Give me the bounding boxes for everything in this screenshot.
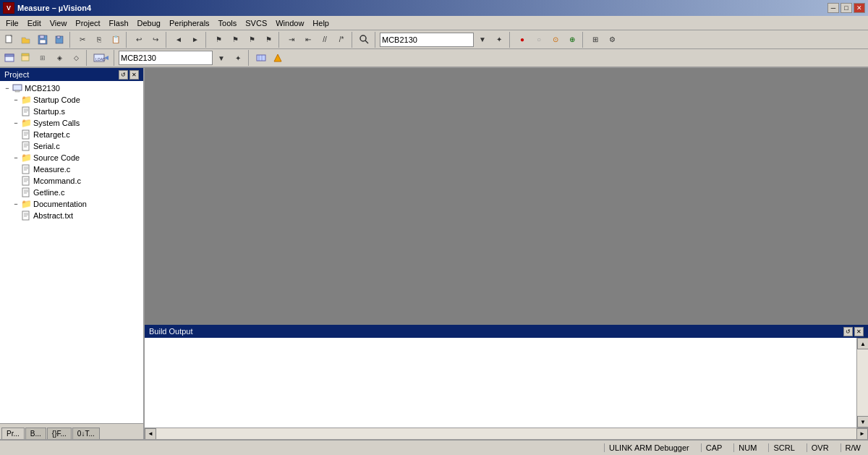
menu-help[interactable]: Help <box>308 18 333 28</box>
bookmark2-button[interactable]: ⚑ <box>227 32 243 48</box>
menu-view[interactable]: View <box>46 18 72 28</box>
tree-root[interactable]: − MCB2130 <box>0 82 143 94</box>
tree-group-syscalls[interactable]: − 📁 System Calls <box>0 117 143 129</box>
build-hscroll-right[interactable]: ► <box>856 428 868 440</box>
tree-file-getline[interactable]: Getline.c <box>0 187 143 198</box>
build-body-inner: ▲ ▼ <box>145 338 868 428</box>
indent-button[interactable]: ⇥ <box>284 32 299 48</box>
window-layout-button[interactable]: ⊞ <box>587 32 603 48</box>
load-button[interactable]: LOAD <box>91 50 111 66</box>
maximize-button[interactable]: □ <box>841 3 852 13</box>
tree-file-retarget[interactable]: Retarget.c <box>0 129 143 140</box>
combo-dropdown[interactable]: ▼ <box>475 32 490 48</box>
menu-svcs[interactable]: SVCS <box>241 18 271 28</box>
bookmark4-button[interactable]: ⚑ <box>260 32 276 48</box>
build-output-close-button[interactable]: ✕ <box>854 327 864 336</box>
svg-rect-19 <box>13 85 22 90</box>
open-file-button[interactable] <box>18 32 34 48</box>
tree-group-docs[interactable]: − 📁 Documentation <box>0 198 143 210</box>
save-file-button[interactable] <box>35 32 51 48</box>
svg-point-6 <box>360 35 366 41</box>
panels-area: Project ↺ ✕ − MCB2130 <box>0 68 868 439</box>
tree-expand-startup[interactable]: − <box>12 95 20 104</box>
tree-file-measure-label: Measure.c <box>33 165 70 174</box>
project-combo[interactable] <box>119 51 213 65</box>
close-button[interactable]: ✕ <box>854 3 865 13</box>
project-close-button[interactable]: ✕ <box>129 70 139 80</box>
tab-project[interactable]: Pr... <box>1 428 25 439</box>
bottom-panel: Build Output ↺ ✕ ▲ ▼ <box>145 325 868 439</box>
target-options-button[interactable] <box>253 50 269 66</box>
build-output-hscrollbar[interactable]: ◄ ► <box>145 428 868 439</box>
build-scroll-track[interactable] <box>857 349 868 416</box>
debug-circle-button[interactable]: ○ <box>531 32 547 48</box>
new-file-button[interactable] <box>1 32 17 48</box>
nav-back-button[interactable]: ◄ <box>171 32 187 48</box>
statusbar-right: ULINK ARM Debugger CAP NUM SCRL OVR R/W <box>604 443 865 452</box>
paste-button[interactable]: 📋 <box>108 32 124 48</box>
cut-button[interactable]: ✂ <box>75 32 90 48</box>
menu-flash[interactable]: Flash <box>105 18 133 28</box>
bookmark3-button[interactable]: ⚑ <box>244 32 260 48</box>
menu-edit[interactable]: Edit <box>23 18 46 28</box>
build-scroll-down[interactable]: ▼ <box>857 416 868 428</box>
svg-rect-3 <box>40 40 46 43</box>
save-all-button[interactable] <box>51 32 67 48</box>
unindent-button[interactable]: ⇤ <box>300 32 316 48</box>
bookmark1-button[interactable]: ⚑ <box>210 32 226 48</box>
project-combo-dropdown[interactable]: ▼ <box>213 50 229 66</box>
undo-button[interactable]: ↩ <box>131 32 147 48</box>
redo-button[interactable]: ↪ <box>148 32 163 48</box>
toggle2-button[interactable]: /* <box>333 32 349 48</box>
tree-expand-docs[interactable]: − <box>12 200 20 208</box>
minimize-button[interactable]: ─ <box>827 3 839 13</box>
menu-project[interactable]: Project <box>71 18 104 28</box>
file-measure-icon <box>20 164 32 174</box>
build-scroll-up[interactable]: ▲ <box>857 338 868 349</box>
debug-check-button[interactable]: ⊕ <box>564 32 580 48</box>
menu-file[interactable]: File <box>1 18 23 28</box>
tab-functions[interactable]: {}F... <box>47 428 72 439</box>
build-output-content[interactable] <box>145 338 856 428</box>
build-button[interactable] <box>270 50 286 66</box>
target-combo[interactable] <box>380 33 474 47</box>
toggle1-button[interactable]: // <box>317 32 333 48</box>
tb2-btn3[interactable]: ⊞ <box>35 50 51 66</box>
menu-tools[interactable]: Tools <box>214 18 242 28</box>
tree-file-abstract[interactable]: Abstract.txt <box>0 210 143 221</box>
find-button[interactable] <box>357 32 373 48</box>
tab-templates[interactable]: 0↓T... <box>72 428 100 439</box>
magic-button[interactable]: ✦ <box>491 32 507 48</box>
computer-icon <box>12 83 23 93</box>
build-output-restore-button[interactable]: ↺ <box>843 327 853 336</box>
tb2-btn1[interactable] <box>1 50 17 66</box>
tree-file-mcommand[interactable]: Mcommand.c <box>0 175 143 187</box>
tb2-btn5[interactable]: ◇ <box>68 50 84 66</box>
tree-file-serial[interactable]: Serial.c <box>0 140 143 152</box>
tree-group-startup[interactable]: − 📁 Startup Code <box>0 94 143 106</box>
tb2-btn2[interactable] <box>18 50 34 66</box>
tree-file-startup-s[interactable]: Startup.s <box>0 106 143 117</box>
tree-group-source[interactable]: − 📁 Source Code <box>0 152 143 163</box>
menu-debug[interactable]: Debug <box>133 18 165 28</box>
project-restore-button[interactable]: ↺ <box>119 70 128 80</box>
tree-file-measure[interactable]: Measure.c <box>0 163 143 175</box>
nav-fwd-button[interactable]: ► <box>187 32 203 48</box>
options-button[interactable]: ⚙ <box>604 32 620 48</box>
tree-expand-source[interactable]: − <box>12 153 20 162</box>
debug-run-button[interactable]: ● <box>514 32 530 48</box>
menu-window[interactable]: Window <box>271 18 308 28</box>
tab-books[interactable]: B... <box>25 428 46 439</box>
tree-expand-root[interactable]: − <box>3 84 12 93</box>
build-hscroll-track[interactable] <box>156 428 856 439</box>
folder-docs-icon: 📁 <box>20 199 32 209</box>
svg-rect-21 <box>22 107 29 116</box>
build-hscroll-left[interactable]: ◄ <box>145 428 156 440</box>
copy-button[interactable]: ⎘ <box>91 32 107 48</box>
build-output-vscrollbar[interactable]: ▲ ▼ <box>856 338 868 428</box>
tree-expand-syscalls[interactable]: − <box>12 119 20 127</box>
wand-button[interactable]: ✦ <box>230 50 246 66</box>
tb2-btn4[interactable]: ◈ <box>51 50 67 66</box>
debug-loop-button[interactable]: ⊙ <box>548 32 563 48</box>
menu-peripherals[interactable]: Peripherals <box>165 18 214 28</box>
